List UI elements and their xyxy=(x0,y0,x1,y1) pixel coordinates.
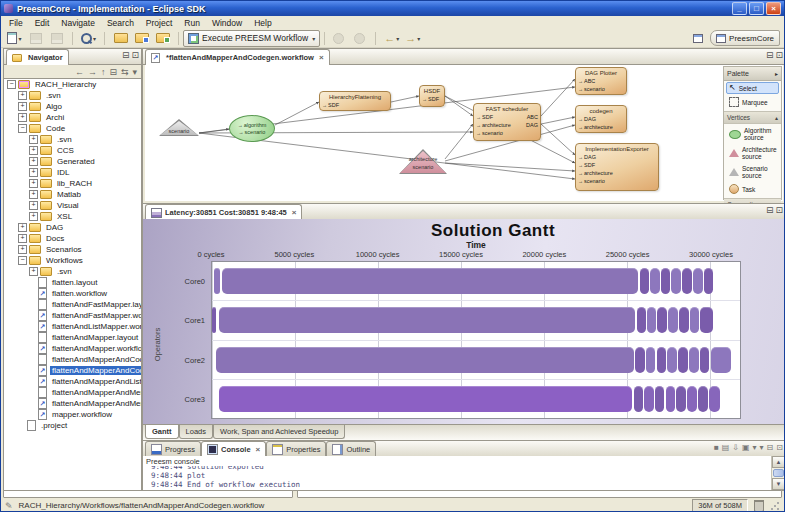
pin-console-icon[interactable]: ▣ xyxy=(742,443,750,452)
terminate-icon[interactable]: ■ xyxy=(714,443,719,452)
tree-item-matlab[interactable]: +Matlab xyxy=(4,189,141,200)
expand-toggle[interactable]: + xyxy=(29,157,38,166)
expand-toggle[interactable]: + xyxy=(18,245,27,254)
menu-run[interactable]: Run xyxy=(178,17,206,29)
expand-toggle[interactable]: + xyxy=(29,201,38,210)
tree-item-scenarios[interactable]: +Scenarios xyxy=(4,244,141,255)
back-icon[interactable]: ← xyxy=(75,67,84,77)
tree-item-ccs[interactable]: +CCS xyxy=(4,145,141,156)
expand-toggle[interactable]: + xyxy=(29,267,38,276)
search-button[interactable]: ▾ xyxy=(79,30,98,47)
run-button[interactable] xyxy=(329,30,348,47)
console-scrollbar[interactable]: ▲ ▼ xyxy=(771,456,785,490)
navigator-tab[interactable]: Navigator xyxy=(6,49,69,65)
tree-item-rach-hierarchy[interactable]: −RACH_Hierarchy xyxy=(4,79,141,90)
expand-toggle[interactable]: + xyxy=(18,234,27,243)
execute-workflow-button[interactable]: Execute PREESM Workflow ▾ xyxy=(183,30,320,47)
tree-item-flattenandfastmapper-workflow[interactable]: ↗flattenAndFastMapper.workflow xyxy=(4,310,141,321)
tree-item-lib-rach[interactable]: +lib_RACH xyxy=(4,178,141,189)
console-body[interactable]: Preesm console 9:48:44 solution exported… xyxy=(143,456,785,490)
open-resource-button[interactable] xyxy=(111,30,130,47)
tab-outline[interactable]: Outline xyxy=(326,441,376,456)
tree-item-svn[interactable]: +.svn xyxy=(4,266,141,277)
minimize-view-icon[interactable]: ⊟ xyxy=(766,206,774,215)
minimize-view-icon[interactable]: ⊟ xyxy=(766,51,774,60)
tree-item-svn[interactable]: +.svn xyxy=(4,90,141,101)
open-console-icon[interactable]: ▾ xyxy=(753,443,757,452)
gantt-tab[interactable]: Latency:30851 Cost:30851 9:48:45 × xyxy=(145,204,302,220)
diagram-node-algorithm-node[interactable]: algorithmscenario xyxy=(229,115,275,142)
view-menu-icon[interactable]: ▾ xyxy=(760,443,764,452)
tree-item-idl[interactable]: +IDL xyxy=(4,167,141,178)
expand-toggle[interactable]: + xyxy=(29,135,38,144)
link-editor-icon[interactable]: ⇆ xyxy=(121,67,129,77)
chevron-down-icon[interactable]: ▾ xyxy=(93,35,96,42)
tab-loads[interactable]: Loads xyxy=(179,425,213,439)
diagram-canvas[interactable]: scenarioalgorithmscenarioHierarchyFlatte… xyxy=(145,65,783,201)
menu-search[interactable]: Search xyxy=(101,17,140,29)
tree-item-flatten-workflow[interactable]: ↗flatten.workflow xyxy=(4,288,141,299)
palette-item-architecture-source[interactable]: Architecture source xyxy=(726,144,779,162)
tree-item-flattenandmapperandmemos-workflow[interactable]: ↗flattenAndMapperAndMemos.workflow xyxy=(4,398,141,409)
minimize-button[interactable]: _ xyxy=(732,2,747,15)
diagram-node-scenario-source[interactable]: scenario xyxy=(159,119,199,136)
save-button[interactable] xyxy=(26,30,45,47)
close-tab-icon[interactable]: × xyxy=(292,208,297,217)
palette-item-marquee[interactable]: Marquee xyxy=(726,95,779,109)
palette-pin-icon[interactable]: ▸ xyxy=(775,70,778,77)
maximize-view-icon[interactable]: ⊡ xyxy=(131,51,139,60)
palette-item-task[interactable]: Task xyxy=(726,182,779,196)
tab-work-span-and-achieved-speedup[interactable]: Work, Span and Achieved Speedup xyxy=(213,425,345,439)
scroll-down-icon[interactable]: ▼ xyxy=(772,478,785,490)
chevron-down-icon[interactable]: ▾ xyxy=(396,35,399,42)
expand-toggle[interactable]: + xyxy=(29,168,38,177)
garbage-collect-icon[interactable] xyxy=(754,500,764,512)
tree-item-flattenandmapperandcodegen-layout[interactable]: flattenAndMapperAndCodegen.layout xyxy=(4,354,141,365)
diagram-node-dag-plotter[interactable]: DAG PlotterABCscenario xyxy=(575,67,627,95)
diagram-node-implementation-exporter[interactable]: ImplementationExporterDAGSDFarchitecture… xyxy=(575,143,659,191)
collapse-all-icon[interactable]: ⊟ xyxy=(109,67,117,77)
forward-button[interactable]: →▾ xyxy=(403,30,422,47)
forward-icon[interactable]: → xyxy=(88,67,97,77)
palette-item-scenario-source[interactable]: Scenario source xyxy=(726,163,779,181)
expand-toggle[interactable]: − xyxy=(18,256,27,265)
chevron-down-icon[interactable]: ▾ xyxy=(417,35,420,42)
menu-help[interactable]: Help xyxy=(248,17,277,29)
resize-grip-icon[interactable] xyxy=(770,501,780,511)
scroll-thumb[interactable] xyxy=(773,469,784,477)
view-menu-icon[interactable]: ▾ xyxy=(132,67,137,77)
tab-progress[interactable]: Progress xyxy=(145,441,201,456)
tree-item-algo[interactable]: +Algo xyxy=(4,101,141,112)
tree-item-docs[interactable]: +Docs xyxy=(4,233,141,244)
palette-section-vertices[interactable]: Vertices▴ xyxy=(724,111,781,124)
tree-item-flattenandmapperandlist-workflow[interactable]: ↗flattenAndMapperAndList.workflow xyxy=(4,376,141,387)
tree-item-generated[interactable]: +Generated xyxy=(4,156,141,167)
tab-console[interactable]: Console× xyxy=(201,441,266,457)
maximize-button[interactable]: □ xyxy=(749,2,764,15)
tree-item-dag[interactable]: +DAG xyxy=(4,222,141,233)
close-tab-icon[interactable]: × xyxy=(319,53,324,62)
scroll-lock-icon[interactable]: ⇩ xyxy=(732,443,739,452)
palette-header[interactable]: Palette ▸ xyxy=(724,67,781,81)
tree-item-mapper-workflow[interactable]: ↗mapper.workflow xyxy=(4,409,141,420)
tree-item-svn[interactable]: +.svn xyxy=(4,134,141,145)
tree-item-code[interactable]: −Code xyxy=(4,123,141,134)
menu-window[interactable]: Window xyxy=(206,17,248,29)
tree-item-flattenandlistmapper-workflow[interactable]: ↗flattenAndListMapper.workflow xyxy=(4,321,141,332)
new-wizard-button[interactable]: ▾ xyxy=(5,30,24,47)
clear-console-icon[interactable]: ▤ xyxy=(722,443,730,452)
maximize-view-icon[interactable]: ⊡ xyxy=(775,51,783,60)
tree-item-visual[interactable]: +Visual xyxy=(4,200,141,211)
chevron-down-icon[interactable]: ▾ xyxy=(18,35,21,42)
open-type-button[interactable] xyxy=(132,30,151,47)
menu-project[interactable]: Project xyxy=(140,17,178,29)
tree-item-flattenandmapperandmemos-layout[interactable]: flattenAndMapperAndMemos.layout xyxy=(4,387,141,398)
tree-item-flattenandmapperandcodegen-workflow[interactable]: ↗flattenAndMapperAndCodegen.workflow xyxy=(4,365,141,376)
maximize-view-icon[interactable]: ⊡ xyxy=(775,206,783,215)
debug-button[interactable] xyxy=(350,30,369,47)
expand-toggle[interactable]: − xyxy=(7,80,16,89)
tree-item-xsl[interactable]: +XSL xyxy=(4,211,141,222)
perspective-preesmcore-button[interactable]: PreesmCore xyxy=(710,30,780,46)
palette-item-select[interactable]: ↖Select xyxy=(726,82,779,94)
tab-gantt[interactable]: Gantt xyxy=(145,425,179,439)
